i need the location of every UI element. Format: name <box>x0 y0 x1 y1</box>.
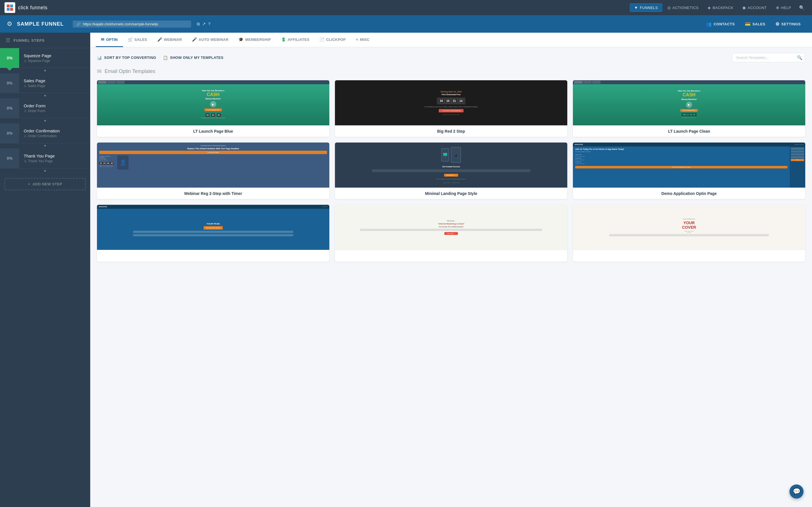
doc2-icon: 📋 <box>163 55 168 60</box>
sales-icon: 💳 <box>745 21 751 27</box>
nav-help[interactable]: ⊕ HELP <box>772 4 795 11</box>
step-percent-thank-you: 0% <box>0 149 19 168</box>
nav-account[interactable]: ◉ ACCOUNT <box>739 4 770 11</box>
svg-rect-1 <box>10 4 13 7</box>
step-percent-order-form: 0% <box>0 98 19 118</box>
funnel-step-order-form[interactable]: 0% Order Form ⚠ Order Form <box>0 98 90 118</box>
template-area: 📊 SORT BY TOP CONVERTING 📋 SHOW ONLY MY … <box>90 47 812 507</box>
step-percent-squeeze: 0% <box>0 48 19 68</box>
template-card-minimal[interactable]: 📱 Get Instant Access See How To → The Fo… <box>335 143 567 199</box>
template-card-cover[interactable]: Read This FREE Report YOURCOVER Lorem ip… <box>573 205 805 262</box>
template-label-lt-launch-blue: LT Launch Page Blue <box>97 125 329 137</box>
template-thumb-lt-launch-clean: How You Can Become aCASHMoney Machine! ▶… <box>573 80 805 125</box>
tab-affiliates[interactable]: 💲 AFFILIATES <box>276 33 314 47</box>
gear-icon: ⚙ <box>775 21 779 27</box>
step-info-order-form: Order Form ⚠ Order Form <box>19 100 90 116</box>
template-thumb-minimal: 📱 Get Instant Access See How To → The Fo… <box>335 143 567 187</box>
template-label-cover <box>573 250 805 262</box>
template-card-navigator[interactable]: NAVIGATOR 📞 (288) 100-100 YOUR PAGE GET … <box>97 205 329 262</box>
app-name: click funnels <box>18 5 48 11</box>
tab-membership[interactable]: 🎓 MEMBERSHIP <box>234 33 276 47</box>
backpack-icon: ◈ <box>708 5 711 10</box>
template-card-big-red[interactable]: Closing April 1st, 2015 First Download F… <box>335 80 567 137</box>
step-divider-2: ▼ <box>0 93 90 98</box>
contacts-button[interactable]: 👥 CONTACTS <box>702 20 739 29</box>
sales-button[interactable]: 💳 SALES <box>741 20 770 29</box>
add-new-step-button[interactable]: + ADD NEW STEP <box>4 178 86 190</box>
funnel-header: ⚙ SAMPLE FUNNEL 🔗 https://kajabi.clickfu… <box>0 15 812 33</box>
svg-rect-2 <box>7 8 10 11</box>
doc-tab-icon: 📄 <box>319 37 324 42</box>
funnel-step-sales[interactable]: 0% Sales Page ⚠ Sales Page <box>0 73 90 93</box>
user-icon: ◉ <box>742 5 746 10</box>
arrow-icon-1: ▼ <box>43 69 47 73</box>
envelope-tab-icon: ✉ <box>101 37 104 42</box>
tab-misc[interactable]: ≡ MISC <box>351 33 374 47</box>
nav-backpack[interactable]: ◈ BACKPACK <box>704 4 737 11</box>
arrow-icon-2: ▼ <box>43 94 47 98</box>
mic-tab-icon: 🎤 <box>157 37 162 42</box>
logo-icon <box>4 2 15 13</box>
template-label-webinar-reg: Webinar Reg 2-Step with Timer <box>97 187 329 199</box>
step-info-thank-you: Thank You Page ⚠ Thank You Page <box>19 150 90 166</box>
warning-icon-thank-you: ⚠ <box>24 159 27 163</box>
step-divider-1: ▼ <box>0 68 90 73</box>
sidebar-title: FUNNEL STEPS <box>13 38 45 43</box>
plus-icon: + <box>28 182 30 186</box>
svg-rect-0 <box>7 4 10 7</box>
open-url-button[interactable]: ↗ <box>202 21 206 26</box>
show-only-my-button[interactable]: 📋 SHOW ONLY MY TEMPLATES <box>163 55 223 60</box>
contacts-icon: 👥 <box>706 21 712 27</box>
section-envelope-icon: ✉ <box>97 68 102 75</box>
search-input[interactable] <box>732 53 805 62</box>
step-name-thank-you: Thank You Page <box>24 154 86 158</box>
mic2-tab-icon: 🎤 <box>192 37 197 42</box>
template-card-lt-launch-blue[interactable]: How You Can Become aCASHMoney Machine! ▶… <box>97 80 329 137</box>
nav-actionetics[interactable]: ◎ ACTIONETICS <box>663 4 703 11</box>
tab-clickpop[interactable]: 📄 CLICKPOP <box>314 33 351 47</box>
template-grid-row2: Host Name and Co Host Name Present: Repl… <box>97 143 805 199</box>
funnel-step-squeeze[interactable]: 0% Squeeze Page ⚠ Squeeze Page <box>0 48 90 68</box>
main-content: ☰ FUNNEL STEPS 0% Squeeze Page ⚠ Squeeze… <box>0 33 812 507</box>
tab-sales[interactable]: 🛒 SALES <box>123 33 152 47</box>
step-percent-sales: 0% <box>0 73 19 93</box>
help-url-button[interactable]: ? <box>208 21 210 26</box>
tab-optin[interactable]: ✉ OPTIN <box>96 33 123 47</box>
template-grid-row3: NAVIGATOR 📞 (288) 100-100 YOUR PAGE GET … <box>97 205 805 262</box>
template-card-demo[interactable]: NAVIGATOR Site tagline / motto here Join… <box>573 143 805 199</box>
search-submit-icon[interactable]: 🔍 <box>797 55 802 60</box>
template-label-minimal: Minimal Landing Page Style <box>335 187 567 199</box>
nav-items: ▼ FUNNELS ◎ ACTIONETICS ◈ BACKPACK ◉ ACC… <box>630 3 808 12</box>
warning-icon-order-confirm: ⚠ <box>24 134 27 138</box>
template-card-lt-launch-clean[interactable]: How You Can Become aCASHMoney Machine! ▶… <box>573 80 805 137</box>
funnel-url: https://kajabi.clickfunnels.com/sample-f… <box>83 22 158 26</box>
step-name-order-form: Order Form <box>24 103 86 108</box>
template-thumb-cover: Read This FREE Report YOURCOVER Lorem ip… <box>573 205 805 250</box>
template-thumb-demo: NAVIGATOR Site tagline / motto here Join… <box>573 143 805 187</box>
top-navigation: click funnels ▼ FUNNELS ◎ ACTIONETICS ◈ … <box>0 0 812 15</box>
step-name-order-confirm: Order Confirmation <box>24 128 86 133</box>
tab-webinar[interactable]: 🎤 WEBINAR <box>152 33 187 47</box>
template-label-big-red: Big Red 2 Step <box>335 125 567 137</box>
headphones-icon: ◎ <box>667 5 671 10</box>
section-title: ✉ Email Optin Templates <box>97 68 805 75</box>
app-logo[interactable]: click funnels <box>4 2 48 13</box>
copy-url-button[interactable]: ⧉ <box>197 21 200 26</box>
dollar-tab-icon: 💲 <box>281 37 286 42</box>
template-card-webinar-reg[interactable]: Host Name and Co Host Name Present: Repl… <box>97 143 329 199</box>
step-sub-squeeze: ⚠ Squeeze Page <box>24 59 86 63</box>
tab-auto-webinar[interactable]: 🎤 AUTO WEBINAR <box>187 33 234 47</box>
lines-tab-icon: ≡ <box>356 37 358 42</box>
template-tabs: ✉ OPTIN 🛒 SALES 🎤 WEBINAR 🎤 AUTO WEBINAR… <box>90 33 812 47</box>
settings-button[interactable]: ⚙ SETTINGS <box>771 20 805 29</box>
global-search-button[interactable]: 🔍 <box>796 3 808 12</box>
settings-gear-icon[interactable]: ⚙ <box>7 20 12 27</box>
chat-support-button[interactable]: 💬 <box>790 485 804 499</box>
template-card-internet-marketing[interactable]: This Just In... "Internet Marketing is D… <box>335 205 567 262</box>
funnel-step-thank-you[interactable]: 0% Thank You Page ⚠ Thank You Page <box>0 149 90 168</box>
funnel-step-order-confirm[interactable]: 0% Order Confirmation ⚠ Order Confirmati… <box>0 123 90 144</box>
arrow-icon-5: ▼ <box>43 169 47 173</box>
nav-funnels[interactable]: ▼ FUNNELS <box>630 3 662 12</box>
warning-icon-squeeze: ⚠ <box>24 59 27 63</box>
sort-by-button[interactable]: 📊 SORT BY TOP CONVERTING <box>97 55 156 60</box>
